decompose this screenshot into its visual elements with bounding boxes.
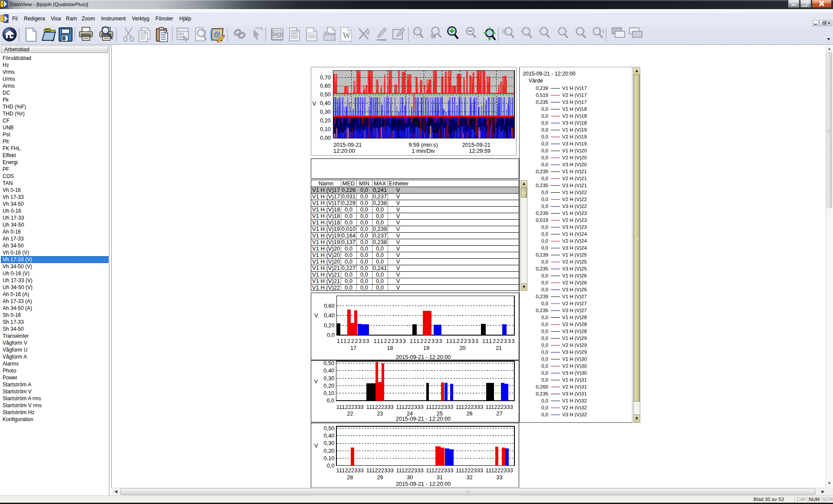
svg-text:111222333: 111222333 — [396, 467, 424, 474]
svg-text:0,10: 0,10 — [324, 455, 335, 461]
svg-text:111222333: 111222333 — [486, 404, 513, 410]
svg-text:0,30: 0,30 — [324, 440, 335, 446]
svg-text:28: 28 — [347, 474, 353, 481]
svg-text:111222333: 111222333 — [426, 467, 453, 474]
svg-text:0,50: 0,50 — [324, 425, 335, 432]
svg-text:111222333: 111222333 — [426, 404, 453, 410]
svg-text:22: 22 — [347, 410, 353, 416]
svg-text:0,20: 0,20 — [324, 448, 335, 454]
svg-text:0,20: 0,20 — [324, 322, 335, 329]
svg-text:111222333: 111222333 — [366, 404, 394, 410]
svg-text:0,20: 0,20 — [323, 382, 334, 389]
svg-text:111222333: 111222333 — [446, 338, 479, 344]
svg-text:0,50: 0,50 — [323, 360, 334, 366]
svg-text:31: 31 — [437, 474, 443, 481]
svg-text:111222333: 111222333 — [482, 338, 515, 344]
svg-text:2015-09-21 - 12:20:00: 2015-09-21 - 12:20:00 — [396, 415, 451, 422]
svg-text:V: V — [312, 100, 316, 107]
svg-text:0,10: 0,10 — [320, 126, 331, 132]
svg-text:1 min/Div: 1 min/Div — [412, 148, 435, 154]
svg-text:111222333: 111222333 — [336, 467, 364, 474]
svg-text:17: 17 — [350, 345, 356, 351]
svg-text:32: 32 — [466, 474, 472, 481]
svg-text:V: V — [314, 378, 318, 384]
svg-text:0,30: 0,30 — [320, 109, 331, 115]
svg-text:0,40: 0,40 — [324, 432, 335, 439]
svg-text:Aa: Aa — [309, 33, 315, 38]
svg-text:0,0: 0,0 — [327, 332, 335, 338]
svg-text:0,50: 0,50 — [320, 91, 331, 98]
svg-text:111222333: 111222333 — [336, 404, 364, 410]
svg-text:111222333: 111222333 — [456, 404, 483, 410]
svg-text:19: 19 — [423, 345, 429, 351]
svg-text:0,0: 0,0 — [327, 462, 335, 469]
svg-text:V: V — [314, 442, 318, 449]
svg-text:12:29:59: 12:29:59 — [469, 148, 491, 154]
svg-text:0,70: 0,70 — [320, 74, 331, 81]
svg-text:0,40: 0,40 — [323, 367, 334, 374]
svg-text:0,40: 0,40 — [324, 312, 335, 319]
svg-text:18: 18 — [387, 345, 393, 351]
svg-text:V: V — [314, 312, 318, 319]
svg-text:33: 33 — [496, 474, 502, 481]
svg-text:30: 30 — [407, 474, 413, 481]
svg-text:W: W — [342, 31, 351, 40]
svg-text:111222333: 111222333 — [373, 338, 406, 344]
svg-text:0,60: 0,60 — [324, 303, 335, 309]
svg-text:2015-09-21 - 12:20:00: 2015-09-21 - 12:20:00 — [396, 481, 451, 487]
svg-text:0,30: 0,30 — [323, 375, 334, 381]
svg-text:26: 26 — [466, 410, 472, 416]
svg-text:2015-09-21: 2015-09-21 — [462, 142, 491, 148]
svg-text:21: 21 — [496, 345, 502, 351]
svg-text:111222333: 111222333 — [337, 338, 370, 344]
svg-text:29: 29 — [377, 474, 383, 481]
svg-text:0,40: 0,40 — [320, 100, 331, 106]
svg-text:27: 27 — [496, 410, 502, 416]
svg-text:111222333: 111222333 — [366, 467, 394, 474]
svg-text:0,20: 0,20 — [320, 117, 331, 124]
svg-text:@: @ — [214, 31, 221, 38]
svg-text:2015-09-21: 2015-09-21 — [333, 142, 362, 148]
svg-text:9:59 (min:s): 9:59 (min:s) — [408, 142, 438, 148]
svg-text:0,0: 0,0 — [326, 397, 334, 404]
svg-text:0,10: 0,10 — [323, 390, 334, 396]
svg-text:111222333: 111222333 — [410, 338, 443, 344]
svg-text:2015-09-21 - 12:20:00: 2015-09-21 - 12:20:00 — [396, 354, 451, 360]
svg-text:111222333: 111222333 — [456, 467, 483, 474]
svg-text:0,60: 0,60 — [320, 82, 331, 89]
svg-text:23: 23 — [377, 410, 383, 416]
svg-text:0,00: 0,00 — [320, 135, 331, 141]
svg-text:12:20:00: 12:20:00 — [333, 148, 355, 154]
svg-text:20: 20 — [459, 345, 465, 351]
svg-text:111222333: 111222333 — [486, 467, 513, 474]
svg-text:111222333: 111222333 — [396, 404, 424, 410]
